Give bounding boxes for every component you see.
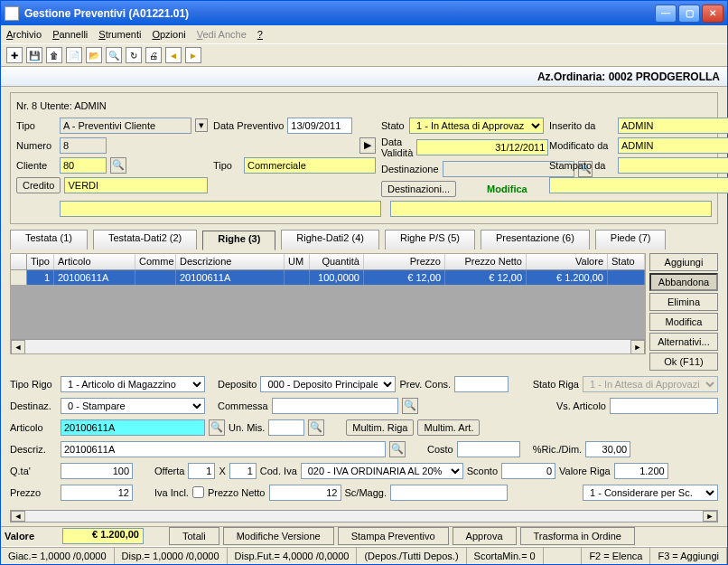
tab-testata[interactable]: Testata (1) xyxy=(10,230,88,250)
print-icon[interactable]: 🖨 xyxy=(145,47,162,63)
prevcons-field[interactable] xyxy=(454,376,509,392)
tab-piede[interactable]: Piede (7) xyxy=(595,230,667,250)
col-descrizione[interactable]: Descrizione xyxy=(176,254,285,269)
minimize-button[interactable]: — xyxy=(655,5,677,23)
destinazioni-button[interactable]: Destinazioni... xyxy=(381,181,456,197)
prezzo-field[interactable] xyxy=(61,485,133,501)
modifica-button[interactable]: Modifica xyxy=(649,313,718,331)
codiva-select[interactable]: 020 - IVA ORDINARIA AL 20% xyxy=(301,463,463,479)
cliente-field[interactable] xyxy=(60,157,107,174)
col-prezzo[interactable]: Prezzo xyxy=(364,254,445,269)
menu-help[interactable]: ? xyxy=(257,29,263,40)
abbandona-button[interactable]: Abbandona xyxy=(649,273,718,291)
menubar: Archivio Pannelli Strumenti Opzioni Vedi… xyxy=(1,25,727,44)
tipo-dropdown-icon[interactable]: ▾ xyxy=(195,118,208,132)
menu-archivio[interactable]: Archivio xyxy=(6,29,42,40)
menu-vedianche[interactable]: Vedi Anche xyxy=(197,29,247,40)
menu-opzioni[interactable]: Opzioni xyxy=(152,29,185,40)
tiporigo-select[interactable]: 1 - Articolo di Magazzino xyxy=(61,376,205,392)
cliente-label: Cliente xyxy=(16,160,56,171)
credito-button[interactable]: Credito xyxy=(16,177,61,193)
ricdim-field[interactable] xyxy=(585,441,630,457)
col-comme[interactable]: Comme xyxy=(135,254,176,269)
trasforma-button[interactable]: Trasforma in Ordine xyxy=(520,527,635,545)
refresh-icon[interactable]: ↻ xyxy=(126,47,142,63)
play-button[interactable]: ▶ xyxy=(359,137,376,154)
righe-grid[interactable]: Tipo Articolo Comme Descrizione UM Quant… xyxy=(10,253,646,354)
stampato-user xyxy=(618,157,728,174)
menu-pannelli[interactable]: Pannelli xyxy=(52,29,88,40)
tab-testata2[interactable]: Testata-Dati2 (2) xyxy=(93,230,197,250)
save-icon[interactable]: 💾 xyxy=(26,47,42,63)
maximize-button[interactable]: ▢ xyxy=(678,5,700,23)
commessa-search-icon[interactable]: 🔍 xyxy=(402,398,418,414)
alternativi-button[interactable]: Alternativi... xyxy=(649,333,718,351)
extra-field-3[interactable] xyxy=(390,201,712,217)
new-icon[interactable]: ✚ xyxy=(6,47,23,63)
tipo2-field[interactable] xyxy=(244,157,376,174)
cliente-search-icon[interactable]: 🔍 xyxy=(110,157,126,174)
offerta1-field[interactable] xyxy=(188,463,215,479)
vsart-field[interactable] xyxy=(610,398,718,414)
dataval-field[interactable] xyxy=(416,139,548,155)
prev-icon[interactable]: ◄ xyxy=(165,47,182,63)
commessa-field[interactable] xyxy=(272,398,398,414)
deposito-select[interactable]: 000 - Deposito Principale xyxy=(260,376,396,392)
col-um[interactable]: UM xyxy=(285,254,310,269)
col-quantita[interactable]: Quantità xyxy=(310,254,364,269)
totali-button[interactable]: Totali xyxy=(169,527,219,545)
tab-righe2[interactable]: Righe-Dati2 (4) xyxy=(281,230,379,250)
col-valore[interactable]: Valore xyxy=(527,254,608,269)
descriz-field[interactable] xyxy=(61,441,386,457)
menu-strumenti[interactable]: Strumenti xyxy=(98,29,141,40)
titlebar[interactable]: Gestione Preventivi (A01221.01) — ▢ ✕ xyxy=(1,1,727,25)
ivaincl-checkbox[interactable] xyxy=(192,486,204,498)
aggiungi-button[interactable]: Aggiungi xyxy=(649,253,718,271)
articolo-search-icon[interactable]: 🔍 xyxy=(209,419,225,436)
scmagg-field[interactable] xyxy=(390,485,508,501)
tipo-select[interactable] xyxy=(60,118,191,134)
delete-icon[interactable]: 🗑 xyxy=(46,47,62,63)
next-icon[interactable]: ► xyxy=(185,47,201,63)
multim-riga-button[interactable]: Multim. Riga xyxy=(346,419,414,436)
ok-button[interactable]: Ok (F11) xyxy=(649,353,718,371)
open-icon[interactable]: 📂 xyxy=(86,47,102,63)
descriz-search-icon[interactable]: 🔍 xyxy=(389,441,406,457)
col-articolo[interactable]: Articolo xyxy=(54,254,135,269)
detail-hscroll[interactable]: ◄► xyxy=(10,510,718,523)
tab-presentazione[interactable]: Presentazione (6) xyxy=(481,230,590,250)
stato-select[interactable]: 1 - In Attesa di Approvaz xyxy=(409,118,544,134)
valoreriga-field[interactable] xyxy=(614,463,668,479)
costo-field[interactable] xyxy=(457,441,520,457)
find-icon[interactable]: 🔍 xyxy=(106,47,122,63)
modver-button[interactable]: Modifiche Versione xyxy=(223,527,334,545)
dataprev-field[interactable] xyxy=(287,118,352,134)
col-prezzonetto[interactable]: Prezzo Netto xyxy=(445,254,527,269)
offerta2-field[interactable] xyxy=(229,463,257,479)
extra-field-2[interactable] xyxy=(60,201,381,217)
unmis-field[interactable] xyxy=(268,419,304,436)
considerare-select[interactable]: 1 - Considerare per Sc. xyxy=(583,485,718,501)
credito-field[interactable] xyxy=(64,177,208,193)
multim-art-button[interactable]: Multim. Art. xyxy=(417,419,480,436)
col-stato[interactable]: Stato xyxy=(608,254,645,269)
close-button[interactable]: ✕ xyxy=(702,5,723,23)
tab-righeps[interactable]: Righe P/S (5) xyxy=(385,230,475,250)
statoriga-select[interactable]: 1 - In Attesa di Approvazi xyxy=(583,376,718,392)
unmis-search-icon[interactable]: 🔍 xyxy=(308,419,324,436)
col-tipo[interactable]: Tipo xyxy=(27,254,54,269)
articolo-field[interactable] xyxy=(61,419,205,436)
grid-hscroll[interactable]: ◄► xyxy=(11,339,645,353)
numero-field[interactable] xyxy=(60,137,107,154)
approva-button[interactable]: Approva xyxy=(453,527,517,545)
sconto-field[interactable] xyxy=(501,463,555,479)
qta-field[interactable] xyxy=(61,463,133,479)
elimina-button[interactable]: Elimina xyxy=(649,293,718,311)
destinaz-select[interactable]: 0 - Stampare xyxy=(61,398,205,414)
copy-icon[interactable]: 📄 xyxy=(66,47,82,63)
extra-field-1[interactable] xyxy=(549,177,728,193)
stampa-button[interactable]: Stampa Preventivo xyxy=(338,527,449,545)
prezzonetto-field[interactable] xyxy=(269,485,341,501)
table-row[interactable]: 1 20100611A 20100611A 100,0000 € 12,00 €… xyxy=(11,270,645,285)
tab-righe[interactable]: Righe (3) xyxy=(202,231,275,250)
